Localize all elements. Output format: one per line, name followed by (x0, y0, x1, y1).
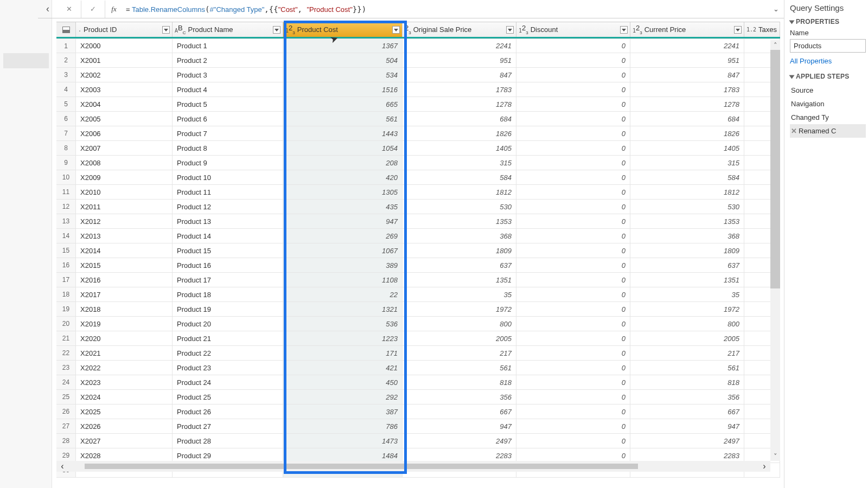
cell-current-price[interactable]: 818 (630, 375, 744, 389)
table-row[interactable]: 14X2013Product 142693680368 (56, 229, 780, 243)
row-number[interactable]: 14 (56, 229, 76, 243)
table-row[interactable]: 26X2025Product 263876670667 (56, 404, 780, 419)
cell-product-cost[interactable]: 1443 (283, 126, 403, 140)
row-number[interactable]: 3 (56, 68, 76, 82)
cell-discount[interactable]: 0 (516, 156, 630, 170)
cell-discount[interactable]: 0 (516, 346, 630, 360)
cell-product-id[interactable]: X2006 (76, 126, 173, 140)
cell-product-id[interactable]: X2027 (76, 434, 173, 448)
cell-product-name[interactable]: Product 11 (173, 185, 283, 199)
cell-current-price[interactable]: 35 (630, 287, 744, 301)
col-product-cost[interactable]: 123 Product Cost (283, 22, 403, 37)
cell-product-name[interactable]: Product 1 (173, 39, 283, 53)
cell-discount[interactable]: 0 (516, 229, 630, 243)
row-number[interactable]: 13 (56, 214, 76, 228)
cell-discount[interactable]: 0 (516, 126, 630, 140)
cell-original-price[interactable]: 1351 (403, 273, 516, 287)
fx-label[interactable]: fx (105, 5, 123, 14)
table-row[interactable]: 21X2020Product 211223200502005 (56, 331, 780, 346)
cell-product-cost[interactable]: 269 (283, 229, 403, 243)
table-row[interactable]: 25X2024Product 252923560356 (56, 390, 780, 404)
cell-original-price[interactable]: 1783 (403, 82, 516, 97)
row-number[interactable]: 22 (56, 346, 76, 360)
cell-product-id[interactable]: X2022 (76, 361, 173, 375)
table-row[interactable]: 5X2004Product 5665127801278 (56, 97, 780, 112)
cell-original-price[interactable]: 561 (403, 361, 516, 375)
cell-original-price[interactable]: 1405 (403, 141, 516, 155)
cell-product-id[interactable]: X2002 (76, 68, 173, 82)
cell-discount[interactable]: 0 (516, 112, 630, 126)
cell-product-id[interactable]: X2018 (76, 302, 173, 316)
cell-product-cost[interactable]: 1108 (283, 273, 403, 287)
cell-current-price[interactable]: 584 (630, 170, 744, 184)
cell-product-id[interactable]: X2021 (76, 346, 173, 360)
cell-product-id[interactable]: X2017 (76, 287, 173, 301)
cell-discount[interactable]: 0 (516, 243, 630, 258)
scroll-thumb[interactable] (85, 464, 638, 469)
cell-current-price[interactable]: 217 (630, 346, 744, 360)
table-row[interactable]: 7X2006Product 71443182601826 (56, 126, 780, 141)
cell-product-id[interactable]: X2025 (76, 404, 173, 419)
cell-current-price[interactable]: 1812 (630, 185, 744, 199)
cell-product-name[interactable]: Product 14 (173, 229, 283, 243)
table-row[interactable]: 19X2018Product 191321197201972 (56, 302, 780, 317)
cell-current-price[interactable]: 800 (630, 317, 744, 331)
cell-current-price[interactable]: 530 (630, 200, 744, 214)
cell-product-name[interactable]: Product 13 (173, 214, 283, 228)
applied-step[interactable]: Source (790, 84, 866, 97)
cell-product-name[interactable]: Product 16 (173, 258, 283, 272)
row-number[interactable]: 20 (56, 317, 76, 331)
cell-product-name[interactable]: Product 17 (173, 273, 283, 287)
cell-original-price[interactable]: 1809 (403, 243, 516, 258)
cell-product-cost[interactable]: 1516 (283, 82, 403, 97)
cell-discount[interactable]: 0 (516, 200, 630, 214)
row-number[interactable]: 5 (56, 97, 76, 111)
table-row[interactable]: 4X2003Product 41516178301783 (56, 82, 780, 97)
cell-original-price[interactable]: 1972 (403, 302, 516, 316)
row-number[interactable]: 2 (56, 53, 76, 67)
cell-product-cost[interactable]: 450 (283, 375, 403, 389)
col-original-sale-price[interactable]: 23 Original Sale Price (403, 22, 516, 37)
cell-product-cost[interactable]: 1305 (283, 185, 403, 199)
filter-icon[interactable] (392, 26, 400, 34)
scroll-right-icon[interactable]: › (758, 461, 770, 471)
col-product-name[interactable]: ABC Product Name (173, 22, 283, 37)
cell-original-price[interactable]: 947 (403, 419, 516, 433)
row-number[interactable]: 11 (56, 185, 76, 199)
row-number[interactable]: 7 (56, 126, 76, 140)
cell-current-price[interactable]: 637 (630, 258, 744, 272)
row-number[interactable]: 19 (56, 302, 76, 316)
cell-discount[interactable]: 0 (516, 97, 630, 111)
cell-product-name[interactable]: Product 7 (173, 126, 283, 140)
cell-product-name[interactable]: Product 4 (173, 82, 283, 97)
row-number[interactable]: 26 (56, 404, 76, 419)
cell-product-id[interactable]: X2012 (76, 214, 173, 228)
cell-original-price[interactable]: 1812 (403, 185, 516, 199)
cell-product-name[interactable]: Product 27 (173, 419, 283, 433)
cell-product-name[interactable]: Product 12 (173, 200, 283, 214)
cell-original-price[interactable]: 368 (403, 229, 516, 243)
table-row[interactable]: 9X2008Product 92083150315 (56, 156, 780, 170)
table-row[interactable]: 3X2002Product 35348470847 (56, 68, 780, 82)
cell-product-cost[interactable]: 1321 (283, 302, 403, 316)
cell-discount[interactable]: 0 (516, 170, 630, 184)
cell-product-id[interactable]: X2014 (76, 243, 173, 258)
cell-original-price[interactable]: 800 (403, 317, 516, 331)
cell-product-id[interactable]: X2000 (76, 39, 173, 53)
table-row[interactable]: 13X2012Product 13947135301353 (56, 214, 780, 229)
scroll-down-icon[interactable]: ˅ (770, 451, 780, 461)
cell-discount[interactable]: 0 (516, 258, 630, 272)
vertical-scrollbar[interactable]: ˄ ˅ (770, 40, 780, 461)
formula-input[interactable]: = Table.RenameColumns(#"Changed Type",{{… (123, 5, 768, 14)
row-number[interactable]: 25 (56, 390, 76, 404)
cell-original-price[interactable]: 2241 (403, 39, 516, 53)
cell-product-cost[interactable]: 947 (283, 214, 403, 228)
cell-current-price[interactable]: 667 (630, 404, 744, 419)
cell-product-name[interactable]: Product 23 (173, 361, 283, 375)
cell-discount[interactable]: 0 (516, 302, 630, 316)
cell-original-price[interactable]: 1826 (403, 126, 516, 140)
row-number[interactable]: 8 (56, 141, 76, 155)
applied-step[interactable]: Navigation (790, 97, 866, 111)
cell-product-id[interactable]: X2011 (76, 200, 173, 214)
cell-product-name[interactable]: Product 2 (173, 53, 283, 67)
